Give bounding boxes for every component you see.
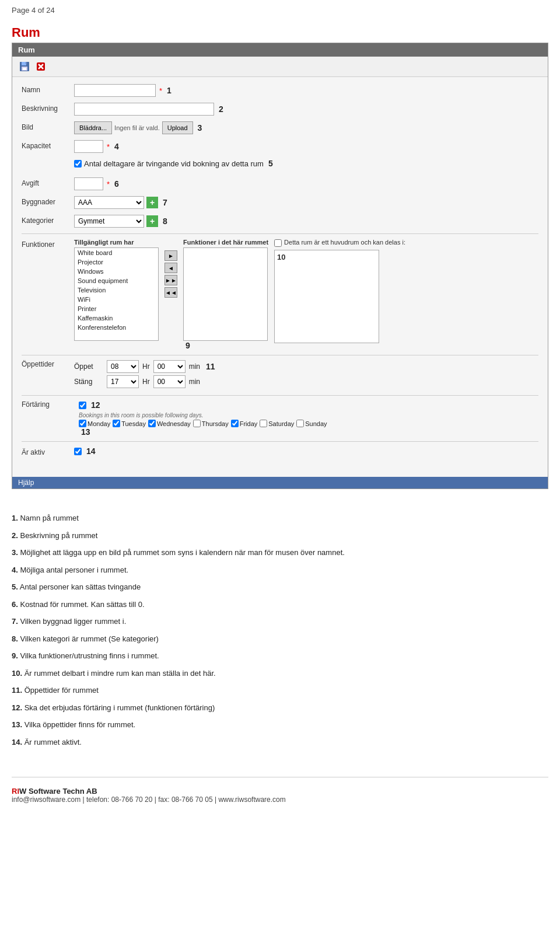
kategorier-row: Kategorier Gymmet + 8	[22, 215, 538, 229]
available-list-item[interactable]: Printer	[75, 304, 158, 313]
move-all-left-button[interactable]: ◄◄	[164, 287, 177, 298]
desc-item: 8. Vilken kategori är rummet (Se kategor…	[12, 633, 548, 645]
move-right-button[interactable]: ►	[164, 250, 177, 261]
days-badge: 13	[81, 427, 90, 437]
available-list-item[interactable]: White board	[75, 248, 158, 257]
bild-control: Bläddra... Ingen fil är vald. Upload 3	[74, 121, 538, 134]
kategorier-control: Gymmet + 8	[74, 215, 538, 228]
kapacitet-checkbox-group: Antal deltagare är tvingande vid bokning…	[74, 159, 273, 168]
day-checkbox-saturday[interactable]: Saturday	[260, 420, 294, 427]
upload-button[interactable]: Upload	[162, 121, 193, 134]
namn-required: *	[159, 86, 162, 95]
oppettider-badge: 11	[206, 362, 215, 371]
subdiv-listbox[interactable]: 10	[274, 250, 379, 343]
delete-button[interactable]	[34, 60, 47, 73]
available-list-item[interactable]: Windows	[75, 267, 158, 276]
available-listbox[interactable]: White boardProjectorWindowsSound equipme…	[74, 247, 159, 341]
kapacitet-checkbox[interactable]	[74, 160, 82, 168]
beskrivning-input[interactable]	[74, 103, 214, 116]
save-button[interactable]	[18, 60, 31, 73]
day-checkbox-tuesday[interactable]: Tuesday	[113, 420, 146, 427]
bild-badge: 3	[198, 123, 202, 132]
kategorier-label: Kategorier	[22, 215, 74, 225]
help-bar: Hjälp	[12, 477, 548, 489]
beskrivning-row: Beskrivning 2	[22, 103, 538, 117]
fortaring-checkbox[interactable]	[79, 402, 86, 409]
day-checkbox-sunday[interactable]: Sunday	[296, 420, 327, 427]
kapacitet-label: Kapacitet	[22, 140, 74, 150]
fortaring-row: Förtäring 12 Bookings in this room is po…	[22, 400, 538, 437]
divider-1	[22, 233, 538, 234]
move-all-right-button[interactable]: ►►	[164, 275, 177, 285]
room-func-listbox[interactable]	[183, 247, 268, 341]
desc-item: 1. Namn på rummet	[12, 512, 548, 524]
open-hour-select[interactable]: 08	[107, 360, 139, 373]
footer-divider	[12, 777, 548, 777]
ar-aktiv-checkbox[interactable]	[74, 448, 82, 455]
available-list-item[interactable]: WiFi	[75, 295, 158, 304]
day-checkbox-monday[interactable]: Monday	[79, 420, 110, 427]
available-list-item[interactable]: Sound equipment	[75, 276, 158, 285]
browse-button[interactable]: Bläddra...	[74, 121, 112, 134]
divider-3	[22, 395, 538, 396]
footer-company: RIW Software Techn AB	[12, 787, 97, 796]
namn-row: Namn * 1	[22, 84, 538, 98]
avgift-label: Avgift	[22, 177, 74, 187]
available-list-item[interactable]: Television	[75, 285, 158, 295]
oppettider-content: Öppet 08 Hr 00 min 11 Stäng 17	[74, 360, 538, 390]
subdiv-checkbox[interactable]	[274, 239, 282, 247]
svg-rect-1	[22, 62, 26, 65]
namn-label: Namn	[22, 84, 74, 94]
open-min-select[interactable]: 00	[153, 360, 186, 373]
day-checkbox-friday[interactable]: Friday	[231, 420, 258, 427]
subdiv-badge-label: 10	[275, 250, 379, 264]
kapacitet-checkbox-label: Antal deltagare är tvingande vid bokning…	[84, 159, 264, 168]
fortaring-label: Förtäring	[22, 400, 74, 409]
form-container: Rum Namn	[12, 43, 548, 489]
move-left-button[interactable]: ◄	[164, 263, 177, 273]
available-list-item[interactable]: Kaffemaskin	[75, 313, 158, 323]
ar-aktiv-control: 14	[74, 446, 538, 456]
oppettider-row: Öppettider Öppet 08 Hr 00 min 11 Stäng	[22, 360, 538, 390]
avgift-input[interactable]	[74, 177, 103, 190]
bookings-text: Bookings in this room is possible follow…	[79, 412, 538, 418]
desc-item: 10. Är rummet delbart i mindre rum kan m…	[12, 668, 548, 679]
available-col: Tillgängligt rum har White boardProjecto…	[74, 239, 159, 341]
kapacitet-checkbox-area: Antal deltagare är tvingande vid bokning…	[74, 159, 538, 168]
available-list-item[interactable]: Projector	[75, 257, 158, 267]
divider-2	[22, 355, 538, 355]
byggnader-select[interactable]: AAA	[74, 196, 144, 209]
footer-ri: RI	[12, 787, 19, 796]
available-list-item[interactable]: Konferenstelefon	[75, 323, 158, 332]
close-min-select[interactable]: 00	[153, 375, 186, 388]
beskrivning-control: 2	[74, 103, 538, 116]
oppettider-label: Öppettider	[22, 360, 74, 368]
avgift-control: * 6	[74, 177, 538, 190]
page-number: Page 4 of 24	[12, 6, 55, 15]
bild-row: Bild Bläddra... Ingen fil är vald. Uploa…	[22, 121, 538, 135]
day-checkbox-wednesday[interactable]: Wednesday	[148, 420, 191, 427]
funktioner-row: Funktioner Tillgängligt rum har White bo…	[22, 239, 538, 350]
footer-rest: Software Techn AB	[26, 787, 97, 796]
avgift-required: *	[107, 180, 110, 189]
kapacitet-required: *	[107, 142, 110, 151]
fortaring-content: 12 Bookings in this room is possible fol…	[79, 400, 538, 437]
day-checkbox-thursday[interactable]: Thursday	[193, 420, 229, 427]
kapacitet-control: * 4	[74, 140, 538, 153]
kategorier-select[interactable]: Gymmet	[74, 215, 144, 228]
close-hour-select[interactable]: 17	[107, 375, 139, 388]
byggnader-add-button[interactable]: +	[146, 197, 158, 208]
opp-close-label: Stäng	[74, 378, 103, 386]
open-min-label: min	[189, 362, 200, 371]
kategorier-add-button[interactable]: +	[146, 215, 158, 227]
kapacitet-badge: 4	[114, 142, 119, 151]
room-func-label: Funktioner i det här rummet	[183, 239, 268, 246]
footer-w: W	[19, 787, 26, 796]
svg-rect-4	[26, 62, 27, 64]
namn-input[interactable]	[74, 84, 156, 97]
fortaring-badge: 12	[91, 400, 100, 410]
desc-item: 12. Ska det erbjudas förtäring i rummet …	[12, 702, 548, 714]
kapacitet-checkbox-spacer	[22, 159, 74, 161]
kapacitet-input[interactable]	[74, 140, 103, 153]
desc-item: 7. Vilken byggnad ligger rummet i.	[12, 616, 548, 627]
